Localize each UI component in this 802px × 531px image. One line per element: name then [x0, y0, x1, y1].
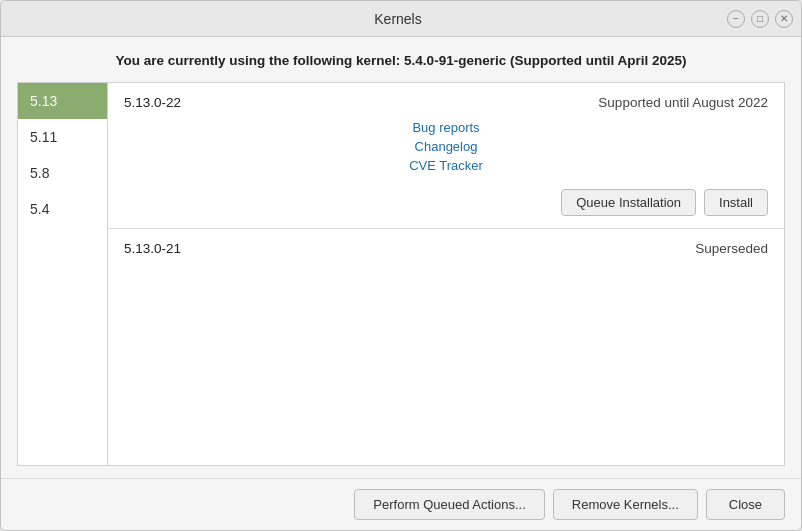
maximize-button[interactable]: □	[751, 10, 769, 28]
sidebar-item-511[interactable]: 5.11	[18, 119, 107, 155]
current-kernel-label: You are currently using the following ke…	[17, 53, 785, 68]
kernel-version-sidebar: 5.13 5.11 5.8 5.4	[17, 82, 107, 466]
kernel-row-top-1: 5.13.0-21 Superseded	[124, 241, 768, 256]
close-window-button[interactable]: ✕	[775, 10, 793, 28]
kernel-actions-0: Queue Installation Install	[124, 189, 768, 216]
perform-queued-actions-button[interactable]: Perform Queued Actions...	[354, 489, 544, 520]
sidebar-item-54[interactable]: 5.4	[18, 191, 107, 227]
close-button[interactable]: Close	[706, 489, 785, 520]
main-window: Kernels − □ ✕ You are currently using th…	[0, 0, 802, 531]
titlebar: Kernels − □ ✕	[1, 1, 801, 37]
kernel-entry-0: 5.13.0-22 Supported until August 2022 Bu…	[108, 83, 784, 229]
changelog-link[interactable]: Changelog	[415, 139, 478, 154]
kernel-version-1: 5.13.0-21	[124, 241, 181, 256]
kernel-links-0: Bug reports Changelog CVE Tracker	[124, 120, 768, 173]
bug-reports-link[interactable]: Bug reports	[412, 120, 479, 135]
kernel-row-top-0: 5.13.0-22 Supported until August 2022	[124, 95, 768, 110]
sidebar-item-58[interactable]: 5.8	[18, 155, 107, 191]
cve-tracker-link[interactable]: CVE Tracker	[409, 158, 483, 173]
queue-installation-button[interactable]: Queue Installation	[561, 189, 696, 216]
minimize-button[interactable]: −	[727, 10, 745, 28]
install-button[interactable]: Install	[704, 189, 768, 216]
main-area: 5.13 5.11 5.8 5.4 5.13.0-22 Supported un…	[17, 82, 785, 466]
kernel-list: 5.13.0-22 Supported until August 2022 Bu…	[107, 82, 785, 466]
remove-kernels-button[interactable]: Remove Kernels...	[553, 489, 698, 520]
content-area: You are currently using the following ke…	[1, 37, 801, 478]
kernel-status-0: Supported until August 2022	[598, 95, 768, 110]
titlebar-controls: − □ ✕	[727, 10, 793, 28]
kernel-entry-1: 5.13.0-21 Superseded	[108, 229, 784, 449]
window-title: Kernels	[69, 11, 727, 27]
bottom-bar: Perform Queued Actions... Remove Kernels…	[1, 478, 801, 530]
kernel-version-0: 5.13.0-22	[124, 95, 181, 110]
sidebar-item-513[interactable]: 5.13	[18, 83, 107, 119]
kernel-status-1: Superseded	[695, 241, 768, 256]
